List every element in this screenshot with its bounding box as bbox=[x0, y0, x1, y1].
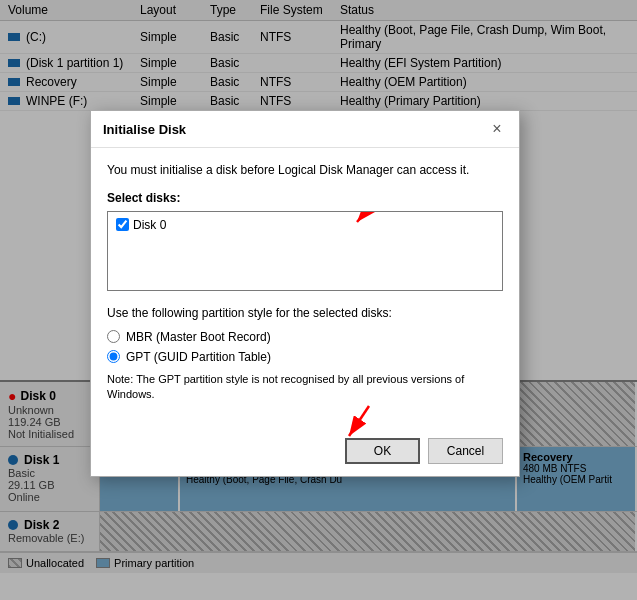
dialog-description: You must initialise a disk before Logica… bbox=[107, 162, 503, 179]
dialog-note: Note: The GPT partition style is not rec… bbox=[107, 372, 503, 403]
mbr-label: MBR (Master Boot Record) bbox=[126, 330, 271, 344]
mbr-option[interactable]: MBR (Master Boot Record) bbox=[107, 330, 503, 344]
dialog-body: You must initialise a disk before Logica… bbox=[91, 148, 519, 430]
gpt-label: GPT (GUID Partition Table) bbox=[126, 350, 271, 364]
gpt-radio[interactable] bbox=[107, 350, 120, 363]
disk-list-box[interactable]: Disk 0 bbox=[107, 211, 503, 291]
disk-item-label: Disk 0 bbox=[133, 218, 166, 232]
dialog-titlebar: Initialise Disk × bbox=[91, 111, 519, 148]
disk0-checkbox[interactable] bbox=[116, 218, 129, 231]
ok-button[interactable]: OK bbox=[345, 438, 420, 464]
partition-style-label: Use the following partition style for th… bbox=[107, 305, 503, 322]
cancel-button[interactable]: Cancel bbox=[428, 438, 503, 464]
dialog-close-button[interactable]: × bbox=[487, 119, 507, 139]
select-disks-label: Select disks: bbox=[107, 191, 503, 205]
mbr-radio[interactable] bbox=[107, 330, 120, 343]
disk-list-item-0[interactable]: Disk 0 bbox=[112, 216, 498, 234]
dialog-title: Initialise Disk bbox=[103, 122, 186, 137]
dialog-footer: OK Cancel bbox=[91, 430, 519, 476]
main-window: Volume Layout Type File System Status (C… bbox=[0, 0, 637, 600]
gpt-option[interactable]: GPT (GUID Partition Table) bbox=[107, 350, 503, 364]
initialise-disk-dialog: Initialise Disk × You must initialise a … bbox=[90, 110, 520, 477]
